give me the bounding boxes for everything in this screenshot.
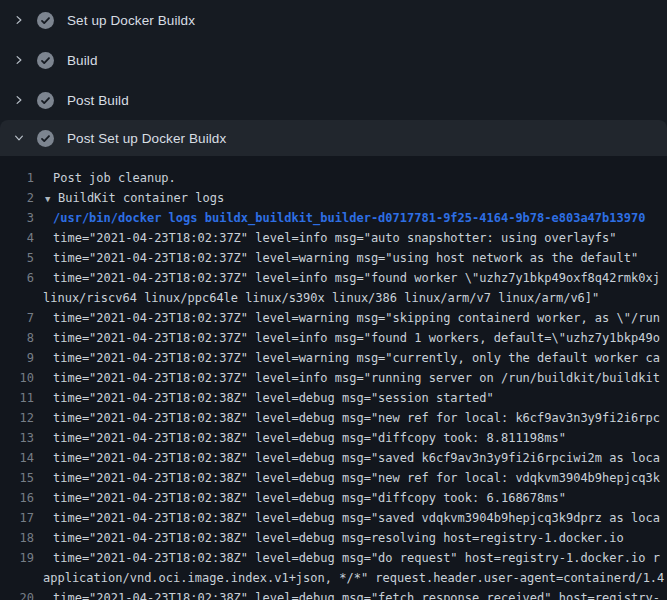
chevron-right-icon (13, 94, 25, 106)
check-circle-icon (37, 52, 54, 69)
log-text: time="2021-04-23T18:02:38Z" level=debug … (53, 508, 660, 528)
line-number[interactable]: 4 (0, 228, 34, 248)
log-line: 11time="2021-04-23T18:02:38Z" level=debu… (0, 388, 667, 408)
step-title: Build (67, 53, 98, 68)
log-line-wrap: application/vnd.oci.image.index.v1+json,… (0, 568, 667, 588)
log-text: time="2021-04-23T18:02:37Z" level=warnin… (53, 348, 660, 368)
log-text: ▼BuildKit container logs (45, 188, 224, 209)
log-text: application/vnd.oci.image.index.v1+json,… (43, 568, 664, 588)
log-line: 9time="2021-04-23T18:02:37Z" level=warni… (0, 348, 667, 368)
line-number[interactable]: 19 (0, 548, 34, 568)
log-line: 19time="2021-04-23T18:02:38Z" level=debu… (0, 548, 667, 568)
step-title: Post Build (67, 93, 129, 108)
log-text: linux/riscv64 linux/ppc64le linux/s390x … (43, 288, 599, 308)
line-number[interactable]: 9 (0, 348, 34, 368)
step-title: Set up Docker Buildx (67, 13, 195, 28)
chevron-down-icon (13, 132, 25, 144)
log-text: time="2021-04-23T18:02:38Z" level=debug … (53, 528, 624, 548)
log-group-label[interactable]: BuildKit container logs (58, 191, 224, 205)
line-number[interactable]: 11 (0, 388, 34, 408)
line-number[interactable]: 2 (0, 188, 34, 208)
log-line: 10time="2021-04-23T18:02:37Z" level=info… (0, 368, 667, 388)
log-line: 6time="2021-04-23T18:02:37Z" level=info … (0, 268, 667, 288)
log-text: time="2021-04-23T18:02:37Z" level=info m… (53, 368, 660, 388)
log-text: time="2021-04-23T18:02:37Z" level=info m… (53, 328, 660, 348)
log-line: 20time="2021-04-23T18:02:38Z" level=debu… (0, 588, 667, 600)
log-command-text: /usr/bin/docker logs buildx_buildkit_bui… (53, 208, 645, 228)
log-line: 3/usr/bin/docker logs buildx_buildkit_bu… (0, 208, 667, 228)
line-number[interactable]: 1 (0, 168, 34, 188)
log-line: 18time="2021-04-23T18:02:38Z" level=debu… (0, 528, 667, 548)
log-text: Post job cleanup. (53, 168, 176, 188)
line-number[interactable]: 16 (0, 488, 34, 508)
step-log-area: 1Post job cleanup.2▼BuildKit container l… (0, 156, 667, 600)
log-line: 4time="2021-04-23T18:02:37Z" level=info … (0, 228, 667, 248)
line-number[interactable]: 18 (0, 528, 34, 548)
log-text: time="2021-04-23T18:02:38Z" level=debug … (53, 388, 494, 408)
line-number[interactable]: 10 (0, 368, 34, 388)
log-text: time="2021-04-23T18:02:38Z" level=debug … (53, 468, 660, 488)
log-text: time="2021-04-23T18:02:37Z" level=warnin… (53, 308, 660, 328)
log-line: 16time="2021-04-23T18:02:38Z" level=debu… (0, 488, 667, 508)
step-row-post-build[interactable]: Post Build (0, 80, 667, 120)
log-text: time="2021-04-23T18:02:37Z" level=info m… (53, 228, 617, 248)
log-text: time="2021-04-23T18:02:38Z" level=debug … (53, 448, 660, 468)
steps-list: Set up Docker BuildxBuildPost BuildPost … (0, 0, 667, 156)
log-line: 2▼BuildKit container logs (0, 188, 667, 208)
log-line-wrap: linux/riscv64 linux/ppc64le linux/s390x … (0, 288, 667, 308)
log-line: 8time="2021-04-23T18:02:37Z" level=info … (0, 328, 667, 348)
log-line: 5time="2021-04-23T18:02:37Z" level=warni… (0, 248, 667, 268)
step-title: Post Set up Docker Buildx (67, 131, 226, 146)
line-number[interactable]: 15 (0, 468, 34, 488)
line-number[interactable]: 12 (0, 408, 34, 428)
line-number[interactable]: 20 (0, 588, 34, 600)
step-row-build[interactable]: Build (0, 40, 667, 80)
log-line: 17time="2021-04-23T18:02:38Z" level=debu… (0, 508, 667, 528)
chevron-right-icon (13, 14, 25, 26)
line-number[interactable]: 8 (0, 328, 34, 348)
log-line: 13time="2021-04-23T18:02:38Z" level=debu… (0, 428, 667, 448)
log-text: time="2021-04-23T18:02:38Z" level=debug … (53, 408, 660, 428)
step-row-post-set-up-docker-buildx[interactable]: Post Set up Docker Buildx (0, 120, 667, 156)
log-text: time="2021-04-23T18:02:38Z" level=debug … (53, 548, 660, 568)
log-line: 12time="2021-04-23T18:02:38Z" level=debu… (0, 408, 667, 428)
chevron-right-icon (13, 54, 25, 66)
job-steps-panel: Set up Docker BuildxBuildPost BuildPost … (0, 0, 667, 600)
line-number[interactable]: 17 (0, 508, 34, 528)
log-text: time="2021-04-23T18:02:38Z" level=debug … (53, 428, 566, 448)
log-line: 1Post job cleanup. (0, 168, 667, 188)
log-line: 14time="2021-04-23T18:02:38Z" level=debu… (0, 448, 667, 468)
line-number[interactable]: 13 (0, 428, 34, 448)
line-number[interactable]: 7 (0, 308, 34, 328)
log-text: time="2021-04-23T18:02:37Z" level=info m… (53, 268, 660, 288)
check-circle-icon (37, 92, 54, 109)
line-number[interactable]: 14 (0, 448, 34, 468)
line-number[interactable]: 5 (0, 248, 34, 268)
log-text: time="2021-04-23T18:02:38Z" level=debug … (53, 488, 566, 508)
line-number[interactable]: 3 (0, 208, 34, 228)
log-line: 7time="2021-04-23T18:02:37Z" level=warni… (0, 308, 667, 328)
log-text: time="2021-04-23T18:02:38Z" level=debug … (53, 588, 660, 600)
log-line: 15time="2021-04-23T18:02:38Z" level=debu… (0, 468, 667, 488)
log-text: time="2021-04-23T18:02:37Z" level=warnin… (53, 248, 638, 268)
line-number[interactable]: 6 (0, 268, 34, 288)
step-row-set-up-docker-buildx[interactable]: Set up Docker Buildx (0, 0, 667, 40)
group-collapse-triangle-icon[interactable]: ▼ (45, 189, 58, 209)
check-circle-icon (37, 12, 54, 29)
check-circle-icon (37, 130, 54, 147)
